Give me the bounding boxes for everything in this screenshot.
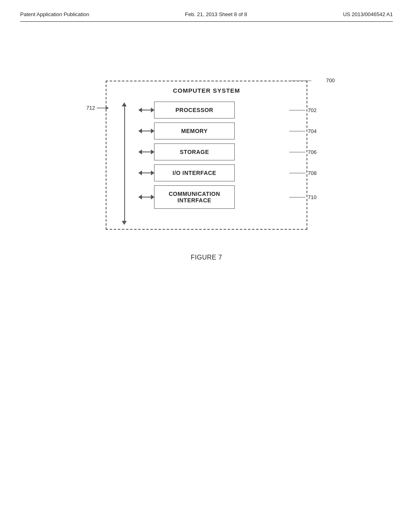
- ref-number-4: 710: [289, 194, 317, 200]
- bus-arrow-down-icon: [122, 221, 127, 225]
- diagram-area: COMPUTER SYSTEM 700 712 PROCESSOR702MEMO…: [0, 64, 413, 532]
- svg-marker-1: [106, 106, 109, 110]
- header-right: US 2013/0046542 A1: [343, 11, 393, 17]
- header-center: Feb. 21, 2013 Sheet 8 of 8: [185, 11, 247, 17]
- component-row-4: COMMUNICATIONINTERFACE710: [139, 185, 290, 209]
- computer-system-box: COMPUTER SYSTEM 700 712 PROCESSOR702MEMO…: [106, 81, 307, 230]
- h-arrow-1: [139, 131, 154, 131]
- ref-number-2: 706: [289, 149, 317, 155]
- component-box-3: I/O INTERFACE: [154, 164, 235, 181]
- page-header: Patent Application Publication Feb. 21, …: [0, 0, 413, 17]
- ref-712: 712: [86, 105, 109, 111]
- component-row-2: STORAGE706: [139, 143, 290, 160]
- component-rows: PROCESSOR702MEMORY704STORAGE706I/O INTER…: [139, 102, 290, 209]
- ref-number-1: 704: [289, 128, 317, 134]
- h-arrow-0: [139, 110, 154, 110]
- header-left: Patent Application Publication: [20, 11, 89, 17]
- bus-arrow-up-icon: [122, 102, 127, 106]
- component-row-3: I/O INTERFACE708: [139, 164, 290, 181]
- component-row-0: PROCESSOR702: [139, 102, 290, 118]
- figure-caption: FIGURE 7: [191, 254, 222, 261]
- ref-712-arrow-icon: [97, 106, 109, 110]
- bus-line: [124, 106, 125, 221]
- component-row-1: MEMORY704: [139, 123, 290, 139]
- component-box-2: STORAGE: [154, 143, 235, 160]
- h-arrow-4: [139, 197, 154, 197]
- ref-700: 700: [326, 77, 335, 83]
- header-divider: [20, 21, 393, 22]
- h-arrow-2: [139, 152, 154, 152]
- computer-system-label: COMPUTER SYSTEM: [173, 87, 240, 94]
- component-box-1: MEMORY: [154, 123, 235, 139]
- component-box-4: COMMUNICATIONINTERFACE: [154, 185, 235, 209]
- h-arrow-3: [139, 172, 154, 173]
- component-box-0: PROCESSOR: [154, 102, 235, 118]
- ref-number-3: 708: [289, 170, 317, 176]
- ref-number-0: 702: [289, 107, 317, 113]
